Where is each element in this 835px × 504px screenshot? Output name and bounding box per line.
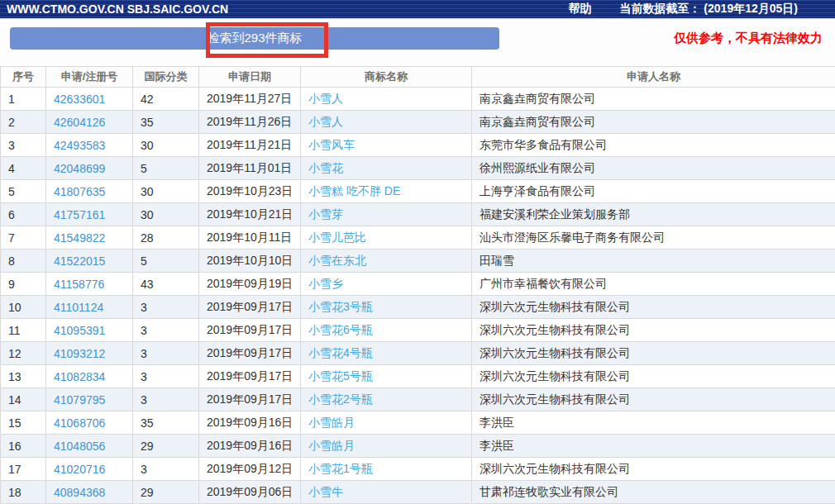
cell-apply-date: 2019年09月19日 [199,273,301,296]
trademark-name-link[interactable]: 小雪花 [308,161,343,174]
reg-number-link[interactable]: 41079795 [54,393,105,407]
trademark-name-link[interactable]: 小雪风车 [308,138,355,151]
table-row: 114109539132019年09月17日小雪花6号瓶深圳六次元生物科技有限公… [1,319,835,342]
cell-intl-class: 30 [133,203,199,226]
cell-reg-number: 41807635 [46,180,133,203]
cell-trademark-name: 小雪花5号瓶 [301,365,472,388]
table-row: 44204869952019年11月01日小雪花徐州熙源纸业有限公司 [1,157,835,180]
reg-number-link[interactable]: 41048056 [54,440,105,453]
cell-serial: 5 [1,180,46,203]
trademark-name-link[interactable]: 小雪糕 吃不胖 DE [308,184,400,197]
reg-number-link[interactable]: 41101124 [54,301,103,314]
reg-number-link[interactable]: 42604126 [54,116,105,129]
cell-intl-class: 29 [133,481,199,504]
cell-trademark-name: 小雪皓月 [301,411,472,435]
trademark-name-link[interactable]: 小雪花3号瓶 [308,300,373,313]
cell-intl-class: 5 [133,250,199,273]
reg-number-link[interactable]: 41158776 [54,278,104,291]
trademark-name-link[interactable]: 小雪花6号瓶 [308,323,373,336]
reg-number-link[interactable]: 41807635 [54,185,105,198]
cell-applicant-name: 福建安溪利荣企业策划服务部 [472,203,835,226]
reg-number-link[interactable]: 41068706 [54,416,105,430]
cell-apply-date: 2019年09月16日 [199,435,301,458]
cell-reg-number: 42048699 [46,157,133,180]
cell-serial: 2 [1,111,46,134]
cell-apply-date: 2019年11月26日 [199,111,301,134]
trademark-name-link[interactable]: 小雪儿芭比 [308,231,366,244]
reg-number-link[interactable]: 42633601 [54,93,105,106]
reg-number-link[interactable]: 41095391 [54,324,105,337]
reg-number-link[interactable]: 41549822 [54,231,105,245]
cell-trademark-name: 小雪乡 [301,273,472,296]
reg-number-link[interactable]: 41757161 [54,208,105,221]
trademark-name-link[interactable]: 小雪牛 [308,485,343,498]
trademark-name-link[interactable]: 小雪在东北 [308,254,366,267]
cell-trademark-name: 小雪花 [301,157,472,180]
cell-reg-number: 42633601 [46,88,133,111]
table-row: 144107979532019年09月17日小雪花2号瓶深圳六次元生物科技有限公… [1,388,835,411]
trademark-name-link[interactable]: 小雪花2号瓶 [308,392,373,406]
cell-intl-class: 3 [133,365,199,388]
cell-serial: 15 [1,411,46,435]
cell-reg-number: 41101124 [46,296,133,319]
cell-intl-class: 30 [133,180,199,203]
trademark-name-link[interactable]: 小雪花4号瓶 [308,346,373,359]
cell-apply-date: 2019年09月17日 [199,319,301,342]
cell-reg-number: 41068706 [46,411,133,435]
site-title: WWW.CTMO.GOV.CN SBJ.SAIC.GOV.CN [7,2,228,16]
cell-trademark-name: 小雪牛 [301,481,472,504]
reg-number-link[interactable]: 41093212 [54,347,105,360]
cell-intl-class: 29 [133,435,199,458]
cell-apply-date: 2019年11月21日 [199,134,301,157]
trademark-name-link[interactable]: 小雪乡 [308,277,343,290]
column-header-intl-class: 国际分类 [133,67,199,88]
table-row: 941158776432019年09月19日小雪乡广州市幸福餐饮有限公司 [1,273,835,296]
reg-number-link[interactable]: 42493583 [54,139,105,152]
reg-number-link[interactable]: 40894368 [54,486,105,499]
toolbar-row: 检索到293件商标 仅供参考，不具有法律效力 [0,19,835,66]
column-header-serial: 序号 [1,67,46,88]
reg-number-link[interactable]: 41522015 [54,254,105,268]
reg-number-link[interactable]: 41082834 [54,370,105,383]
cell-apply-date: 2019年09月17日 [199,365,301,388]
cell-apply-date: 2019年09月17日 [199,342,301,365]
cell-apply-date: 2019年09月06日 [199,481,301,504]
reg-number-link[interactable]: 41020716 [54,463,105,476]
cell-intl-class: 3 [133,296,199,319]
table-row: 641757161302019年10月21日小雪芽福建安溪利荣企业策划服务部 [1,203,835,226]
column-header-applicant-name: 申请人名称 [472,67,835,88]
cell-applicant-name: 甘肃祁连牧歌实业有限公司 [472,481,835,504]
cell-trademark-name: 小雪人 [301,88,472,111]
cell-apply-date: 2019年11月01日 [199,157,301,180]
trademark-name-link[interactable]: 小雪芽 [308,207,343,221]
cell-applicant-name: 深圳六次元生物科技有限公司 [472,296,835,319]
table-row: 142633601422019年11月27日小雪人南京鑫垚商贸有限公司 [1,88,835,111]
cell-reg-number: 41093212 [46,342,133,365]
trademark-name-link[interactable]: 小雪花1号瓶 [308,462,373,475]
column-header-reg-number: 申请/注册号 [46,67,133,88]
cell-applicant-name: 徐州熙源纸业有限公司 [472,157,835,180]
cell-trademark-name: 小雪人 [301,111,472,134]
cell-intl-class: 3 [133,342,199,365]
cell-trademark-name: 小雪风车 [301,134,472,157]
cell-reg-number: 41522015 [46,250,133,273]
cell-trademark-name: 小雪芽 [301,203,472,226]
trademark-name-link[interactable]: 小雪人 [308,92,343,105]
trademark-name-link[interactable]: 小雪皓月 [308,416,355,429]
trademark-name-link[interactable]: 小雪人 [308,115,343,128]
trademark-name-link[interactable]: 小雪花5号瓶 [308,369,373,383]
cell-applicant-name: 李洪臣 [472,435,835,458]
top-bar-right: 帮助 当前数据截至： (2019年12月05日) [568,2,798,17]
reg-number-link[interactable]: 42048699 [54,162,105,175]
cell-serial: 1 [1,88,46,111]
cell-intl-class: 28 [133,226,199,250]
help-link[interactable]: 帮助 [568,2,591,17]
cell-apply-date: 2019年09月16日 [199,411,301,435]
result-count-bar[interactable]: 检索到293件商标 [10,27,499,50]
cell-trademark-name: 小雪花6号瓶 [301,319,472,342]
red-highlight-box [206,22,328,58]
cell-serial: 13 [1,365,46,388]
table-header-row: 序号申请/注册号国际分类申请日期商标名称申请人名称 [1,67,835,88]
cell-intl-class: 42 [133,88,199,111]
trademark-name-link[interactable]: 小雪皓月 [308,439,355,452]
